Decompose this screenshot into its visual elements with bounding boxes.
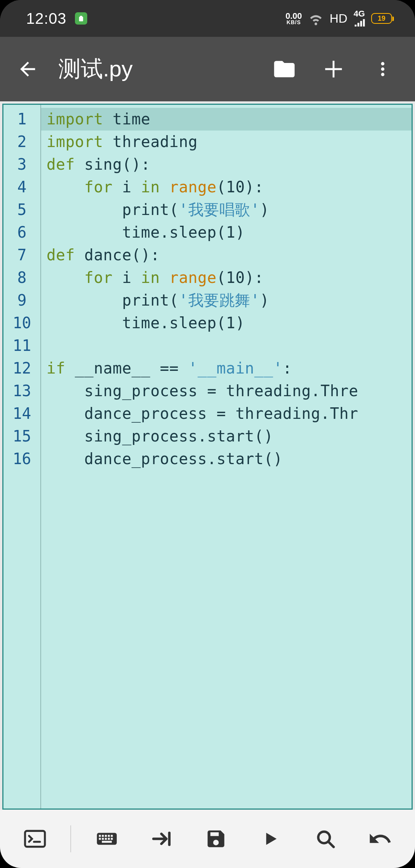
code-line[interactable]: print('我要跳舞') (41, 289, 412, 312)
back-button[interactable] (9, 51, 46, 88)
add-button[interactable] (310, 46, 357, 92)
line-number: 4 (3, 176, 40, 198)
code-token: import (46, 110, 103, 128)
editor-container: 12345678910111213141516 import timeimpor… (0, 101, 415, 810)
line-number: 1 (3, 108, 40, 131)
status-right: 0.00 KB/S HD 4G 19 (286, 10, 392, 26)
code-token: i (113, 269, 141, 286)
svg-rect-16 (111, 838, 113, 840)
code-line[interactable]: if __name__ == '__main__': (41, 357, 412, 380)
code-token: ) (260, 291, 269, 309)
code-token: if (46, 359, 65, 377)
tab-indent-button[interactable] (142, 820, 181, 858)
line-number: 5 (3, 198, 40, 221)
file-title: 测试.py (49, 54, 258, 84)
line-number: 16 (3, 448, 40, 470)
svg-rect-13 (102, 838, 104, 840)
code-token: ) (260, 201, 269, 218)
wifi-icon (308, 11, 324, 26)
code-line[interactable]: for i in range(10): (41, 266, 412, 289)
code-line[interactable]: def dance(): (41, 244, 412, 266)
toolbar-separator (70, 825, 71, 852)
code-line[interactable]: dance_process = threading.Thr (41, 402, 412, 425)
code-line[interactable]: print('我要唱歌') (41, 198, 412, 221)
app-bar: 测试.py (0, 37, 415, 101)
code-token: print( (46, 201, 179, 218)
svg-rect-1 (79, 17, 83, 21)
clock: 12:03 (26, 10, 66, 27)
line-number: 9 (3, 289, 40, 312)
code-token (160, 178, 169, 196)
code-token: sing(): (75, 155, 151, 173)
code-line[interactable]: dance_process.start() (41, 448, 412, 470)
keyboard-button[interactable] (88, 820, 126, 858)
network-speed: 0.00 KB/S (286, 12, 302, 25)
line-number: 6 (3, 221, 40, 244)
code-token: sing_process = threading.Thre (46, 382, 358, 400)
svg-rect-5 (25, 831, 45, 847)
line-number: 15 (3, 425, 40, 448)
code-token: time.sleep(1) (46, 223, 245, 241)
svg-rect-8 (102, 835, 104, 837)
code-token: range (169, 269, 217, 286)
line-number: 11 (3, 334, 40, 357)
run-button[interactable] (251, 820, 290, 858)
search-button[interactable] (306, 820, 345, 858)
code-token: : (283, 359, 292, 377)
svg-point-3 (381, 68, 385, 71)
code-token: threading (103, 133, 198, 150)
line-number: 8 (3, 266, 40, 289)
code-line[interactable]: time.sleep(1) (41, 312, 412, 334)
status-bar: 12:03 0.00 KB/S HD 4G 19 (0, 0, 415, 37)
code-editor[interactable]: 12345678910111213141516 import timeimpor… (2, 104, 413, 810)
code-token: '__main__' (188, 359, 283, 377)
code-line[interactable]: import threading (41, 131, 412, 153)
screen: 12:03 0.00 KB/S HD 4G 19 测试.py (0, 0, 415, 868)
svg-rect-11 (111, 835, 113, 837)
more-button[interactable] (360, 46, 406, 92)
bottom-toolbar (0, 810, 415, 868)
code-token: time.sleep(1) (46, 314, 245, 332)
code-token: sing_process.start() (46, 427, 273, 445)
line-number: 12 (3, 357, 40, 380)
code-token: __name__ == (65, 359, 188, 377)
code-line[interactable]: time.sleep(1) (41, 221, 412, 244)
code-token: (10): (217, 269, 264, 286)
save-button[interactable] (197, 820, 235, 858)
code-token (46, 269, 84, 286)
svg-rect-9 (105, 835, 106, 837)
hd-indicator: HD (330, 12, 347, 26)
code-line[interactable]: import time (41, 108, 412, 131)
svg-rect-10 (108, 835, 110, 837)
code-token: '我要跳舞' (179, 291, 260, 309)
code-line[interactable] (41, 334, 412, 357)
line-number: 3 (3, 153, 40, 176)
code-line[interactable]: def sing(): (41, 153, 412, 176)
svg-rect-17 (102, 841, 112, 843)
code-line[interactable]: sing_process.start() (41, 425, 412, 448)
code-token: for (84, 269, 113, 286)
code-token: import (46, 133, 103, 150)
code-token: dance_process.start() (46, 450, 283, 468)
code-token (46, 178, 84, 196)
folder-button[interactable] (261, 46, 307, 92)
code-token: range (169, 178, 217, 196)
code-token: def (46, 246, 75, 264)
line-number: 7 (3, 244, 40, 266)
line-number: 2 (3, 131, 40, 153)
code-token: time (103, 110, 151, 128)
code-line[interactable]: for i in range(10): (41, 176, 412, 198)
line-number: 14 (3, 402, 40, 425)
code-area[interactable]: import timeimport threadingdef sing(): f… (41, 105, 412, 808)
svg-point-4 (381, 73, 385, 76)
svg-point-2 (381, 62, 385, 66)
code-token (160, 269, 169, 286)
code-line[interactable]: sing_process = threading.Thre (41, 380, 412, 402)
battery-indicator: 19 (371, 13, 392, 24)
line-number: 13 (3, 380, 40, 402)
undo-button[interactable] (361, 820, 399, 858)
terminal-button[interactable] (16, 820, 54, 858)
code-token: '我要唱歌' (179, 201, 260, 218)
status-left: 12:03 (26, 10, 87, 27)
line-number-gutter: 12345678910111213141516 (3, 105, 41, 808)
